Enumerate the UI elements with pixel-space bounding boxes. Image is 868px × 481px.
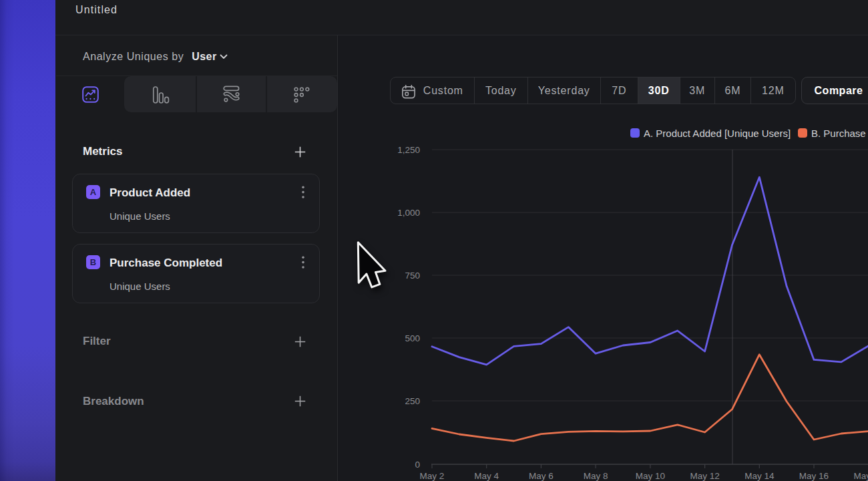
svg-text:May 14: May 14 [744, 471, 775, 481]
svg-text:750: 750 [405, 271, 420, 281]
svg-text:May 4: May 4 [474, 471, 499, 481]
svg-text:May 12: May 12 [690, 471, 719, 481]
svg-text:May 10: May 10 [636, 471, 665, 481]
svg-text:1,250: 1,250 [397, 145, 420, 155]
svg-text:May 2: May 2 [420, 471, 445, 481]
svg-text:1,000: 1,000 [397, 208, 420, 218]
svg-text:May 18: May 18 [854, 471, 868, 481]
svg-text:May 8: May 8 [584, 471, 608, 481]
svg-text:May 6: May 6 [529, 471, 554, 481]
svg-text:500: 500 [405, 333, 420, 343]
svg-text:May 16: May 16 [799, 471, 829, 481]
svg-text:250: 250 [405, 396, 420, 406]
svg-text:0: 0 [415, 460, 420, 470]
